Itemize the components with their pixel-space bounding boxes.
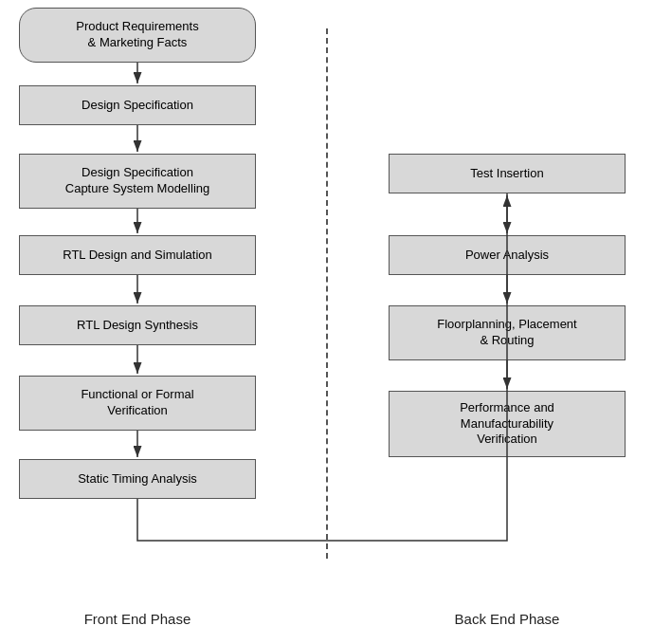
test-insertion-label: Test Insertion bbox=[470, 166, 543, 182]
product-req-label: Product Requirements & Marketing Facts bbox=[76, 19, 198, 51]
divider bbox=[326, 28, 328, 559]
static-timing-box: Static Timing Analysis bbox=[19, 459, 256, 499]
power-analysis-box: Power Analysis bbox=[389, 235, 626, 275]
func-verify-box: Functional or FormalVerification bbox=[19, 376, 256, 431]
rtl-sim-label: RTL Design and Simulation bbox=[63, 248, 212, 264]
design-specification-box: Design Specification bbox=[19, 85, 256, 125]
static-timing-label: Static Timing Analysis bbox=[78, 471, 197, 488]
floorplan-box: Floorplanning, Placement& Routing bbox=[389, 305, 626, 360]
front-end-label: Front End Phase bbox=[19, 611, 256, 627]
diagram-container: Product Requirements & Marketing Facts D… bbox=[0, 0, 653, 644]
power-analysis-label: Power Analysis bbox=[465, 248, 549, 264]
back-end-label: Back End Phase bbox=[389, 611, 626, 627]
rtl-synth-label: RTL Design Synthesis bbox=[77, 318, 198, 334]
func-verify-label: Functional or FormalVerification bbox=[81, 387, 193, 419]
design-spec-capture-box: Design SpecificationCapture System Model… bbox=[19, 154, 256, 209]
perf-verify-label: Performance andManufacturabilityVerifica… bbox=[460, 400, 554, 449]
design-spec-capture-label: Design SpecificationCapture System Model… bbox=[65, 165, 209, 197]
perf-verify-box: Performance andManufacturabilityVerifica… bbox=[389, 391, 626, 457]
product-requirements-box: Product Requirements & Marketing Facts bbox=[19, 8, 256, 63]
rtl-sim-box: RTL Design and Simulation bbox=[19, 235, 256, 275]
test-insertion-box: Test Insertion bbox=[389, 154, 626, 193]
design-spec-label: Design Specification bbox=[82, 98, 193, 114]
floorplan-label: Floorplanning, Placement& Routing bbox=[437, 317, 576, 349]
rtl-synth-box: RTL Design Synthesis bbox=[19, 305, 256, 345]
